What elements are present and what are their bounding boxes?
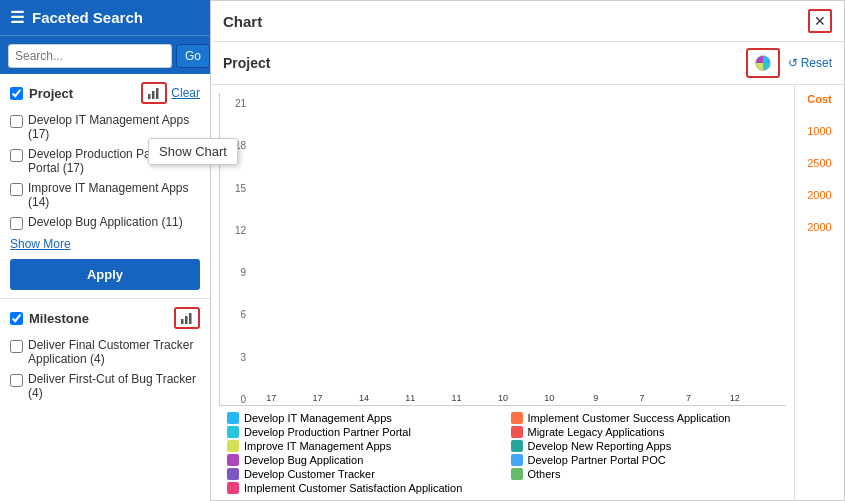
cost-sidebar: Cost 1000 2500 2000 2000: [794, 85, 844, 500]
project-chart-label: Project: [223, 55, 270, 71]
legend-label-6: Develop Bug Application: [244, 454, 363, 466]
go-button[interactable]: Go: [176, 44, 210, 68]
legend-label-1: Implement Customer Success Application: [528, 412, 731, 424]
bar-group-7[interactable]: 9: [575, 393, 617, 405]
legend-label-4: Improve IT Management Apps: [244, 440, 391, 452]
project-checkbox[interactable]: [10, 87, 23, 100]
project-item-4: Develop Bug Application (11): [10, 212, 200, 233]
chart-body: 21 18 15 12 9 6 3 0 1717141111101097712 …: [211, 85, 844, 500]
bar-group-6[interactable]: 10: [528, 393, 570, 405]
project-item-4-checkbox[interactable]: [10, 217, 23, 230]
milestone-item-1-checkbox[interactable]: [10, 340, 23, 353]
legend-item-2: Develop Production Partner Portal: [227, 426, 495, 438]
sidebar-header: ☰ Faceted Search: [0, 0, 210, 36]
milestone-item-1: Deliver Final Customer Tracker Applicati…: [10, 335, 200, 369]
project-item-2-checkbox[interactable]: [10, 149, 23, 162]
legend-label-3: Migrate Legacy Applications: [528, 426, 665, 438]
legend-label-5: Develop New Reporting Apps: [528, 440, 672, 452]
legend-label-8: Develop Customer Tracker: [244, 468, 375, 480]
milestone-title: Milestone: [10, 311, 89, 326]
milestone-checkbox[interactable]: [10, 312, 23, 325]
bar-group-9[interactable]: 7: [667, 393, 709, 405]
milestone-item-2-label: Deliver First-Cut of Bug Tracker (4): [28, 372, 200, 400]
chart-title: Chart: [223, 13, 262, 30]
legend-item-10: Implement Customer Satisfaction Applicat…: [227, 482, 495, 494]
legend-label-10: Implement Customer Satisfaction Applicat…: [244, 482, 462, 494]
cost-value-4: 2000: [807, 221, 831, 233]
legend-dot-3: [511, 426, 523, 438]
legend-dot-8: [227, 468, 239, 480]
project-item-1-checkbox[interactable]: [10, 115, 23, 128]
project-item-3-checkbox[interactable]: [10, 183, 23, 196]
bar-group-5[interactable]: 10: [482, 393, 524, 405]
milestone-label: Milestone: [29, 311, 89, 326]
svg-rect-5: [189, 313, 192, 324]
project-item-3-label: Improve IT Management Apps (14): [28, 181, 200, 209]
legend-item-7: Develop Partner Portal POC: [511, 454, 779, 466]
bar-chart-area: 21 18 15 12 9 6 3 0 1717141111101097712: [219, 93, 786, 406]
legend-label-7: Develop Partner Portal POC: [528, 454, 666, 466]
reset-icon: ↺: [788, 56, 798, 70]
chart-type-button[interactable]: [746, 48, 780, 78]
legend-dot-10: [227, 482, 239, 494]
reset-button[interactable]: ↺ Reset: [788, 56, 832, 70]
milestone-item-2-checkbox[interactable]: [10, 374, 23, 387]
bar-group-8[interactable]: 7: [621, 393, 663, 405]
cost-value-3: 2000: [807, 189, 831, 201]
legend-dot-4: [227, 440, 239, 452]
search-input[interactable]: [8, 44, 172, 68]
legend-item-8: Develop Customer Tracker: [227, 468, 495, 480]
search-section: Go: [0, 36, 210, 74]
show-chart-tooltip[interactable]: Show Chart: [148, 138, 238, 165]
legend-item-0: Develop IT Management Apps: [227, 412, 495, 424]
bar-group-2[interactable]: 14: [343, 393, 385, 405]
milestone-item-2: Deliver First-Cut of Bug Tracker (4): [10, 369, 200, 403]
milestone-facet-section: Milestone Deliver Final Customer Tracker…: [0, 299, 210, 411]
legend-dot-6: [227, 454, 239, 466]
svg-rect-3: [181, 319, 184, 324]
project-item-1-label: Develop IT Management Apps (17): [28, 113, 200, 141]
legend-area: Develop IT Management AppsImplement Cust…: [219, 406, 786, 500]
sidebar-title: Faceted Search: [32, 9, 143, 26]
bar-group-0[interactable]: 17: [250, 393, 292, 405]
project-item-3: Improve IT Management Apps (14): [10, 178, 200, 212]
apply-button[interactable]: Apply: [10, 259, 200, 290]
milestone-chart-icon-btn[interactable]: [174, 307, 200, 329]
hamburger-icon[interactable]: ☰: [10, 8, 24, 27]
legend-dot-9: [511, 468, 523, 480]
legend-dot-2: [227, 426, 239, 438]
chart-header: Chart ✕: [211, 1, 844, 42]
bar-group-10[interactable]: 12: [714, 393, 756, 405]
show-more-button[interactable]: Show More: [10, 233, 71, 255]
legend-dot-7: [511, 454, 523, 466]
bar-group-3[interactable]: 11: [389, 393, 431, 405]
reset-label: Reset: [801, 56, 832, 70]
project-facet-title: Project: [10, 86, 73, 101]
svg-rect-2: [156, 88, 159, 99]
project-chart-icon-btn[interactable]: [141, 82, 167, 104]
bar-group-4[interactable]: 11: [435, 393, 477, 405]
legend-label-0: Develop IT Management Apps: [244, 412, 392, 424]
clear-button[interactable]: Clear: [171, 86, 200, 100]
bar-group-1[interactable]: 17: [296, 393, 338, 405]
svg-rect-4: [185, 316, 188, 324]
chart-main: 21 18 15 12 9 6 3 0 1717141111101097712 …: [211, 85, 794, 500]
legend-item-3: Migrate Legacy Applications: [511, 426, 779, 438]
close-button[interactable]: ✕: [808, 9, 832, 33]
milestone-item-1-label: Deliver Final Customer Tracker Applicati…: [28, 338, 200, 366]
svg-rect-1: [152, 91, 155, 99]
legend-item-9: Others: [511, 468, 779, 480]
cost-value-2: 2500: [807, 157, 831, 169]
chart-controls: ↺ Reset: [746, 48, 832, 78]
legend-label-2: Develop Production Partner Portal: [244, 426, 411, 438]
cost-label: Cost: [807, 93, 831, 105]
project-facet-actions: Clear: [141, 82, 200, 104]
legend-dot-1: [511, 412, 523, 424]
sidebar: ☰ Faceted Search Go Project: [0, 0, 210, 501]
svg-rect-0: [148, 94, 151, 99]
bar-chart-icon-milestone: [180, 311, 194, 325]
bar-chart-icon: [147, 86, 161, 100]
pie-chart-icon: [754, 54, 772, 72]
legend-label-9: Others: [528, 468, 561, 480]
chart-subheader: Project ↺ Reset: [211, 42, 844, 85]
